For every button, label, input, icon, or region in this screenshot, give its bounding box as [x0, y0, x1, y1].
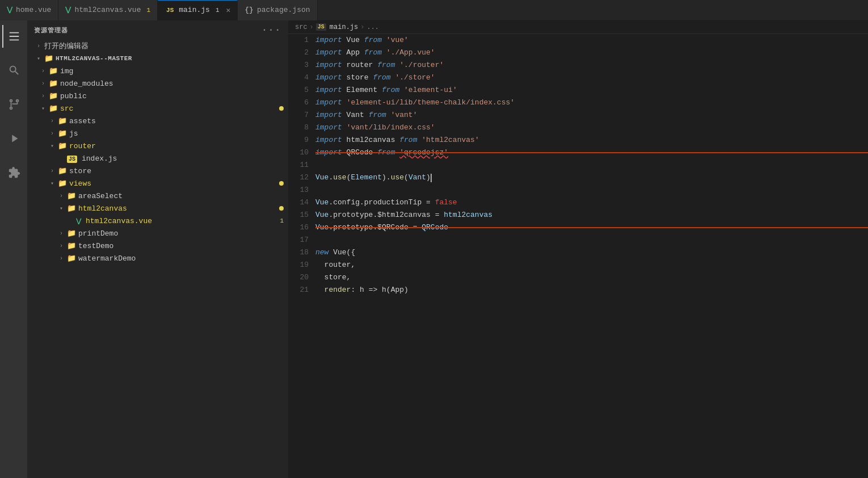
chevron-down-icon [48, 141, 57, 150]
keyword-from: from [382, 84, 399, 97]
index-js-file[interactable]: JS index.js [27, 152, 288, 165]
img-folder-label: img [60, 67, 288, 76]
root-folder[interactable]: 📁 HTML2CANVAS--MASTER [27, 52, 288, 65]
explorer-title-text: 资源管理器 [34, 26, 68, 35]
line-num-3: 3 [288, 59, 309, 72]
method-name: use [391, 171, 404, 184]
string-token: 'element-ui/lib/theme-chalk/index.css' [347, 97, 515, 109]
chevron-right-icon [39, 91, 48, 100]
keyword-from: from [399, 134, 417, 146]
text-cursor [431, 174, 432, 182]
open-editors-section[interactable]: 打开的编辑器 [27, 40, 288, 52]
line-num-7: 7 [288, 109, 309, 121]
router-folder[interactable]: 📁 router [27, 140, 288, 152]
separator-icon: › [310, 23, 314, 31]
keyword-import: import [315, 84, 342, 97]
source-control-icon[interactable] [2, 93, 25, 116]
folder-icon: 📁 [58, 141, 67, 150]
testdemo-folder[interactable]: 📁 testDemo [27, 240, 288, 252]
search-icon[interactable] [2, 59, 25, 82]
run-icon[interactable] [2, 127, 25, 150]
chevron-down-icon [34, 54, 43, 63]
router-label: router [69, 142, 288, 150]
code-line-19: router, [315, 259, 857, 271]
token [391, 72, 395, 84]
folder-icon: 📁 [67, 229, 76, 238]
string-token: 'html2canvas' [422, 134, 479, 146]
keyword-from: from [364, 34, 382, 47]
public-folder[interactable]: 📁 public [27, 90, 288, 102]
string-token: 'vant/lib/index.css' [347, 121, 435, 134]
src-folder[interactable]: 📁 src [27, 102, 288, 115]
token: router [342, 59, 377, 72]
html2canvas-vue-file[interactable]: ⋁ html2canvas.vue 1 [27, 215, 288, 227]
breadcrumb-js-icon: JS [316, 23, 326, 31]
tab-main-js[interactable]: JS main.js 1 ✕ [158, 0, 238, 20]
keyword-import: import [315, 59, 342, 72]
json-icon: {} [245, 6, 254, 14]
code-line-4: import store from './store' [315, 72, 857, 84]
identifier: Vue [315, 221, 328, 234]
js-folder[interactable]: 📁 js [27, 127, 288, 140]
token: ) [426, 171, 431, 184]
extensions-icon[interactable] [2, 161, 25, 184]
store-folder[interactable]: 📁 store [27, 165, 288, 177]
token [342, 121, 347, 134]
tab-package-json[interactable]: {} package.json [238, 0, 317, 20]
line-num-6: 6 [288, 97, 309, 109]
watermarkdemo-folder[interactable]: 📁 watermarkDemo [27, 252, 288, 265]
tab-home-vue[interactable]: ⋁ home.vue [0, 0, 58, 20]
code-line-14: Vue.config.productionTip = false [315, 196, 857, 209]
code-line-9: import html2canvas from 'html2canvas' [315, 134, 857, 146]
line-numbers: 1 2 3 4 5 6 7 8 9 10 11 12 13 14 15 16 1… [288, 34, 315, 478]
assets-folder[interactable]: 📁 assets [27, 115, 288, 127]
line-num-20: 20 [288, 271, 309, 284]
folder-icon: 📁 [58, 129, 67, 138]
token: ( [347, 171, 351, 184]
folder-icon: 📁 [49, 79, 58, 88]
line-num-15: 15 [288, 209, 309, 221]
code-line-3: import router from './router' [315, 59, 857, 72]
token: store [342, 72, 373, 84]
folder-icon: 📁 [44, 54, 53, 63]
code-container[interactable]: 1 2 3 4 5 6 7 8 9 10 11 12 13 14 15 16 1… [288, 34, 868, 478]
more-options-icon[interactable]: ··· [262, 25, 281, 35]
code-line-16: Vue.prototype.$QRCode = QRCode [315, 221, 857, 234]
folder-icon: 📁 [49, 91, 58, 100]
areaselect-label: areaSelect [78, 192, 288, 200]
line-num-1: 1 [288, 34, 309, 47]
token: .prototype.$html2canvas = [328, 209, 444, 221]
root-folder-label: HTML2CANVAS--MASTER [56, 55, 288, 62]
line-num-11: 11 [288, 159, 309, 171]
separator-icon-2: › [360, 23, 364, 31]
explorer-icon[interactable] [2, 25, 25, 48]
line-num-18: 18 [288, 246, 309, 259]
areaselect-folder[interactable]: 📁 areaSelect [27, 190, 288, 202]
folder-icon: 📁 [49, 104, 58, 113]
token [386, 109, 391, 121]
folder-icon: 📁 [58, 116, 67, 125]
line-num-17: 17 [288, 234, 309, 246]
img-folder[interactable]: 📁 img [27, 65, 288, 77]
sidebar: 资源管理器 ··· 打开的编辑器 📁 HTML2CANVAS--MASTER 📁… [27, 20, 288, 478]
close-icon[interactable]: ✕ [226, 6, 230, 15]
keyword-new: new [315, 246, 328, 259]
line-num-8: 8 [288, 121, 309, 134]
tab-html2canvas-vue[interactable]: ⋁ html2canvas.vue 1 [58, 0, 158, 20]
node-modules-folder[interactable]: 📁 node_modules [27, 77, 288, 90]
vue-icon: ⋁ [65, 6, 71, 14]
keyword-import: import [315, 97, 342, 109]
tab-label: html2canvas.vue [74, 6, 141, 14]
views-folder[interactable]: 📁 views [27, 177, 288, 190]
keyword-from: from [364, 47, 382, 59]
keyword-from: from [377, 146, 395, 159]
html2canvas-folder[interactable]: 📁 html2canvas [27, 202, 288, 215]
testdemo-label: testDemo [78, 242, 288, 250]
token: router, [315, 259, 355, 271]
identifier: Vue [315, 209, 328, 221]
store-label: store [69, 167, 288, 175]
code-line-12: Vue.use(Element).use(Vant) [315, 171, 857, 184]
token [417, 134, 422, 146]
string-token: './store' [395, 72, 435, 84]
printdemo-folder[interactable]: 📁 printDemo [27, 227, 288, 240]
